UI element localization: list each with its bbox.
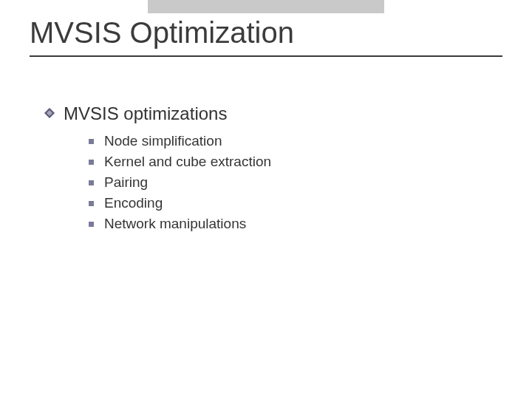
list-item: Kernel and cube extraction [89, 154, 488, 170]
square-bullet-icon [89, 222, 94, 227]
sub-bullet-list: Node simplification Kernel and cube extr… [89, 133, 488, 232]
slide-title: MVSIS Optimization [30, 16, 502, 50]
bullet-level1: MVSIS optimizations [44, 103, 488, 124]
list-item: Encoding [89, 195, 488, 211]
title-underline [30, 55, 502, 57]
square-bullet-icon [89, 201, 94, 206]
list-item: Pairing [89, 174, 488, 191]
list-item-label: Kernel and cube extraction [104, 154, 271, 170]
square-bullet-icon [89, 180, 94, 185]
diamond-bullet-icon [44, 108, 55, 118]
list-item-label: Encoding [104, 195, 163, 211]
list-item-label: Pairing [104, 174, 148, 191]
title-area: MVSIS Optimization [30, 16, 502, 57]
list-item-label: Network manipulations [104, 216, 246, 232]
content-area: MVSIS optimizations Node simplification … [44, 103, 488, 236]
square-bullet-icon [89, 160, 94, 165]
section-heading: MVSIS optimizations [64, 103, 227, 124]
slide: MVSIS Optimization MVSIS optimizations N… [0, 0, 532, 399]
list-item: Node simplification [89, 133, 488, 149]
list-item-label: Node simplification [104, 133, 222, 149]
square-bullet-icon [89, 139, 94, 144]
top-accent-bar [148, 0, 384, 13]
list-item: Network manipulations [89, 216, 488, 232]
